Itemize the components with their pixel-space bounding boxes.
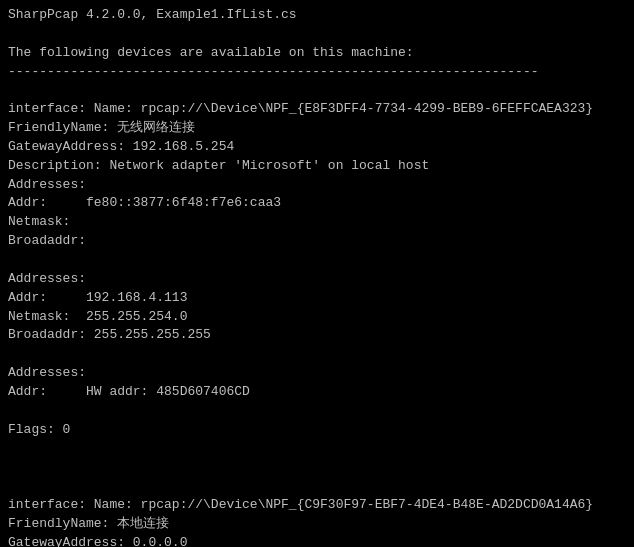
terminal-window: SharpPcap 4.2.0.0, Example1.IfList.cs Th…	[0, 0, 634, 547]
